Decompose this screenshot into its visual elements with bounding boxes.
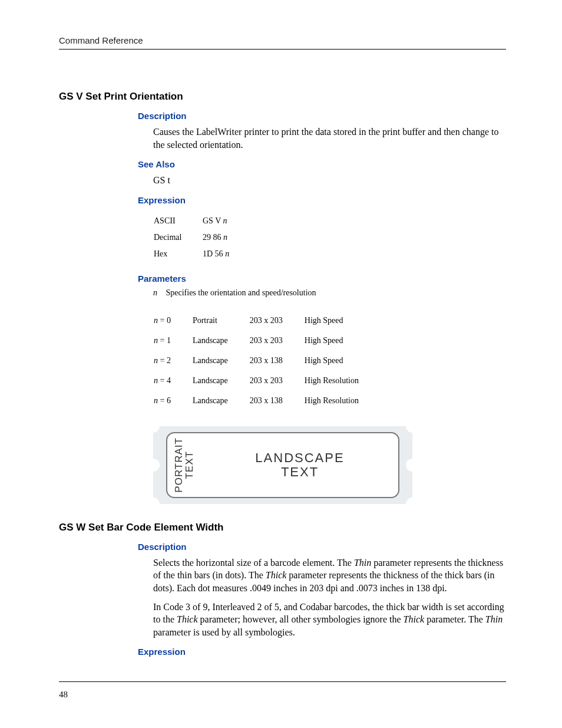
orient-speed: High Speed [304, 355, 380, 366]
footer-rule [59, 681, 506, 682]
section-title-gs-v: GS V Set Print Orientation [59, 91, 506, 103]
expr-row-decimal: Decimal 29 86 n [153, 232, 242, 243]
portrait-line1: PORTRAIT [173, 437, 184, 493]
expr-n: n [223, 233, 227, 242]
text-run: parameter is used by all symbologies. [153, 627, 295, 637]
expr-value-text: GS V [203, 216, 223, 225]
orient-n-eq: = 1 [158, 336, 171, 345]
seealso-text: GS t [153, 174, 506, 187]
expr-label: Decimal [153, 232, 202, 243]
notch-icon [147, 420, 160, 433]
orientation-figure: PORTRAIT TEXT LANDSCAPE TEXT [153, 426, 412, 504]
expr-label: ASCII [153, 216, 202, 226]
landscape-line1: LANDSCAPE [255, 450, 344, 465]
gs-w-desc-p2: In Code 3 of 9, Interleaved 2 of 5, and … [153, 601, 506, 639]
running-header: Command Reference [59, 35, 506, 50]
subhead-seealso: See Also [138, 159, 506, 169]
portrait-text: PORTRAIT TEXT [174, 437, 195, 493]
text-run: parameter. The [424, 614, 485, 624]
orient-n-var: n [154, 376, 158, 385]
page-number: 48 [59, 690, 68, 700]
notch-icon [406, 420, 419, 433]
orient-row: n = 1 Landscape 203 x 203 High Speed [153, 335, 380, 346]
orient-speed: High Resolution [304, 375, 380, 386]
text-run: Selects the horizontal size of a barcode… [153, 558, 354, 568]
label-backing: PORTRAIT TEXT LANDSCAPE TEXT [153, 426, 412, 504]
orient-n: n = 2 [153, 355, 192, 366]
italic-thin: Thin [354, 558, 371, 568]
param-n-symbol: n [153, 288, 164, 298]
orient-res: 203 x 138 [249, 355, 304, 366]
orient-n-eq: = 0 [158, 316, 171, 325]
orient-speed: High Resolution [304, 396, 380, 406]
orient-row: n = 6 Landscape 203 x 138 High Resolutio… [153, 396, 380, 406]
orient-res: 203 x 138 [249, 396, 304, 406]
orient-n-eq: = 6 [158, 396, 171, 405]
subhead-description: Description [138, 111, 506, 121]
orient-mode: Landscape [192, 396, 249, 406]
orient-row: n = 4 Landscape 203 x 203 High Resolutio… [153, 375, 380, 386]
orient-n-var: n [154, 356, 158, 365]
italic-thick: Thick [177, 614, 198, 624]
expr-value: GS V n [202, 216, 242, 226]
orient-speed: High Speed [304, 335, 380, 346]
orient-n-var: n [154, 336, 158, 345]
text-run: parameter; however, all other symbologie… [198, 614, 404, 624]
orient-n-var: n [154, 316, 158, 325]
orient-mode: Portrait [192, 315, 249, 326]
orient-n: n = 6 [153, 396, 192, 406]
orient-n: n = 4 [153, 375, 192, 386]
notch-icon [406, 498, 419, 510]
expr-value-text: 1D 56 [203, 249, 225, 258]
page: Command Reference GS V Set Print Orienta… [0, 0, 562, 728]
orient-res: 203 x 203 [249, 315, 304, 326]
orient-n-eq: = 4 [158, 376, 171, 385]
orient-speed: High Speed [304, 315, 380, 326]
subhead-expression: Expression [138, 195, 506, 205]
orient-res: 203 x 203 [249, 375, 304, 386]
orient-n-var: n [154, 396, 158, 405]
parameter-n-row: n Specifies the orientation and speed/re… [153, 288, 506, 298]
orient-mode: Landscape [192, 355, 249, 366]
expr-row-hex: Hex 1D 56 n [153, 249, 242, 259]
subhead-parameters: Parameters [138, 274, 506, 284]
landscape-line2: TEXT [281, 465, 319, 479]
italic-thick: Thick [266, 570, 287, 580]
italic-thick: Thick [404, 614, 425, 624]
expr-value: 1D 56 n [202, 249, 242, 259]
notch-icon [406, 459, 419, 472]
expr-value: 29 86 n [202, 232, 242, 243]
expr-value-text: 29 86 [203, 233, 223, 242]
orient-res: 203 x 203 [249, 335, 304, 346]
notch-icon [147, 459, 160, 472]
portrait-text-box: PORTRAIT TEXT [167, 433, 201, 497]
gs-w-desc-p1: Selects the horizontal size of a barcode… [153, 556, 506, 595]
subhead-expression-2: Expression [138, 647, 506, 657]
expr-row-ascii: ASCII GS V n [153, 216, 242, 226]
orient-n: n = 1 [153, 335, 192, 346]
section-title-gs-w: GS W Set Bar Code Element Width [59, 522, 506, 533]
orient-row: n = 2 Landscape 203 x 138 High Speed [153, 355, 380, 366]
notch-icon [147, 498, 160, 510]
orient-mode: Landscape [192, 375, 249, 386]
expression-table: ASCII GS V n Decimal 29 86 n Hex 1D 56 n [153, 210, 242, 265]
orientation-table: n = 0 Portrait 203 x 203 High Speed n = … [153, 306, 380, 416]
orient-mode: Landscape [192, 335, 249, 346]
portrait-line2: TEXT [184, 451, 195, 479]
expr-n: n [225, 249, 229, 258]
orient-n: n = 0 [153, 315, 192, 326]
expr-n: n [223, 216, 227, 225]
subhead-description-2: Description [138, 542, 506, 552]
param-n-desc: Specifies the orientation and speed/reso… [166, 288, 316, 297]
orient-n-eq: = 2 [158, 356, 171, 365]
italic-thin: Thin [485, 614, 503, 624]
label-surface: PORTRAIT TEXT LANDSCAPE TEXT [166, 432, 399, 498]
expr-label: Hex [153, 249, 202, 259]
description-text: Causes the LabelWriter printer to print … [153, 126, 506, 151]
landscape-text-box: LANDSCAPE TEXT [201, 451, 398, 479]
orient-row: n = 0 Portrait 203 x 203 High Speed [153, 315, 380, 326]
